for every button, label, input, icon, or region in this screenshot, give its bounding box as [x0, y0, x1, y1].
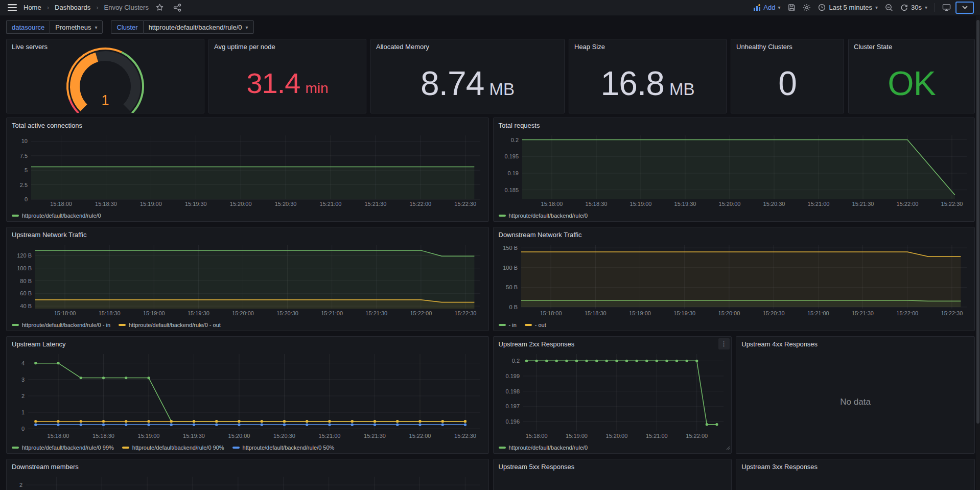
legend-item[interactable]: httproute/default/backend/rule/0 [12, 213, 101, 219]
legend-item[interactable]: httproute/default/backend/rule/0 - out [119, 322, 221, 328]
nav-divider [935, 3, 935, 12]
svg-text:15:22:00: 15:22:00 [896, 310, 918, 316]
favorite-star-icon[interactable] [154, 2, 166, 14]
panel-resize-handle[interactable] [726, 443, 730, 452]
svg-text:15:20:00: 15:20:00 [232, 310, 254, 316]
cycle-view-mode-button[interactable] [955, 2, 974, 14]
chart-legend: httproute/default/backend/rule/0 99%http… [12, 445, 334, 451]
panel-title[interactable]: Upstream Network Traffic [7, 227, 91, 242]
legend-label: httproute/default/backend/rule/0 50% [243, 445, 335, 451]
legend-label: httproute/default/backend/rule/0 - in [22, 322, 110, 328]
legend-item[interactable]: httproute/default/backend/rule/0 - in [12, 322, 110, 328]
panel-title[interactable]: Upstream 4xx Responses [736, 337, 823, 351]
svg-text:15:18:30: 15:18:30 [95, 201, 117, 207]
save-dashboard-icon[interactable] [785, 2, 798, 14]
svg-text:0.198: 0.198 [505, 388, 520, 394]
svg-text:120 B: 120 B [17, 252, 32, 259]
svg-text:15:20:30: 15:20:30 [763, 201, 785, 207]
breadcrumb-home[interactable]: Home [24, 4, 41, 11]
dashboard-settings-gear-icon[interactable] [801, 2, 813, 14]
refresh-picker[interactable]: 30s ▾ [898, 4, 929, 11]
timeseries-plot[interactable]: 15:18:0015:18:3015:19:0015:19:3015:20:00… [11, 351, 484, 440]
legend-label: - out [535, 322, 546, 328]
legend-swatch [232, 447, 240, 449]
legend-item[interactable]: - in [499, 322, 517, 328]
panel-title[interactable]: Heap Size [569, 39, 610, 54]
svg-text:50 B: 50 B [506, 284, 518, 290]
zoom-out-time-icon[interactable] [883, 2, 895, 14]
legend-swatch [12, 215, 19, 217]
panel-upstream-latency: Upstream Latency 15:18:0015:18:3015:19:0… [6, 336, 489, 454]
panel-title[interactable]: Downstream members [7, 459, 84, 474]
panel-title[interactable]: Avg uptime per node [209, 39, 281, 54]
hamburger-menu-icon[interactable] [6, 2, 18, 14]
stat-value: 8.74 [421, 66, 484, 100]
legend-item[interactable]: httproute/default/backend/rule/0 99% [12, 445, 114, 451]
legend-item[interactable]: httproute/default/backend/rule/0 [499, 445, 588, 451]
panel-title[interactable]: Upstream 5xx Responses [494, 459, 580, 474]
timeseries-plot[interactable]: 2 [11, 474, 484, 490]
breadcrumb-dashboards[interactable]: Dashboards [55, 4, 90, 11]
legend-label: httproute/default/backend/rule/0 [22, 213, 101, 219]
svg-text:0.197: 0.197 [505, 403, 520, 409]
panel-upstream-5xx: Upstream 5xx Responses [493, 459, 732, 490]
legend-swatch [122, 447, 129, 449]
panel-title[interactable]: Downstream Network Traffic [494, 227, 587, 242]
panel-title[interactable]: Unhealthy Clusters [731, 39, 798, 54]
timeseries-plot[interactable]: 15:18:0015:18:3015:19:0015:19:3015:20:00… [11, 242, 484, 317]
svg-text:15:18:30: 15:18:30 [99, 310, 121, 316]
panel-downstream-network-traffic: Downstream Network Traffic 15:18:0015:18… [493, 227, 975, 331]
svg-text:15:19:00: 15:19:00 [140, 201, 162, 207]
svg-text:15:19:30: 15:19:30 [183, 433, 205, 439]
panel-title[interactable]: Cluster State [849, 39, 897, 54]
legend-swatch [525, 324, 532, 326]
dashboard-grid: Live servers 1 Avg uptime per node 31.4 … [6, 39, 975, 490]
svg-text:0.185: 0.185 [504, 187, 519, 193]
panel-upstream-3xx: Upstream 3xx Responses [736, 459, 975, 490]
legend-item[interactable]: httproute/default/backend/rule/0 50% [232, 445, 335, 451]
legend-item[interactable]: httproute/default/backend/rule/0 [499, 213, 588, 219]
add-button[interactable]: Add ▾ [751, 4, 782, 11]
cluster-variable-select[interactable]: httproute/default/backend/rule/0▾ [143, 20, 254, 34]
legend-swatch [499, 447, 506, 449]
timeseries-plot[interactable]: 15:18:0015:18:3015:19:0015:19:3015:20:00… [498, 132, 971, 208]
panel-title[interactable]: Live servers [7, 39, 53, 54]
datasource-variable-select[interactable]: Prometheus▾ [50, 20, 103, 34]
svg-text:15:21:00: 15:21:00 [645, 433, 667, 439]
panel-live-servers: Live servers 1 [6, 39, 204, 113]
scrollbar-thumb[interactable] [976, 20, 979, 424]
panel-menu-kebab-icon[interactable]: ⋮ [718, 338, 730, 349]
tv-mode-icon[interactable] [940, 2, 952, 14]
time-range-picker[interactable]: Last 5 minutes ▾ [816, 4, 880, 11]
svg-text:7.5: 7.5 [20, 153, 28, 159]
svg-text:15:19:00: 15:19:00 [629, 201, 651, 207]
breadcrumb-current: Envoy Clusters [104, 4, 148, 11]
panel-title[interactable]: Total active connections [7, 118, 87, 132]
chart-legend: httproute/default/backend/rule/0 - inhtt… [12, 322, 221, 328]
svg-text:1: 1 [21, 409, 25, 415]
panel-allocated-memory: Allocated Memory 8.74 MB [370, 39, 565, 113]
svg-text:15:18:00: 15:18:00 [50, 201, 72, 207]
svg-text:15:21:00: 15:21:00 [807, 310, 829, 316]
svg-text:40 B: 40 B [20, 303, 32, 309]
svg-text:80 B: 80 B [20, 278, 32, 284]
legend-item[interactable]: - out [525, 322, 546, 328]
panel-title[interactable]: Allocated Memory [371, 39, 434, 54]
svg-text:15:18:00: 15:18:00 [541, 201, 563, 207]
svg-text:0 B: 0 B [509, 304, 518, 310]
timeseries-plot[interactable]: 15:18:0015:18:3015:19:0015:19:3015:20:00… [498, 242, 971, 317]
panel-title[interactable]: Total requests [494, 118, 545, 132]
panel-title[interactable]: Upstream 3xx Responses [736, 459, 823, 474]
no-data-message: No data [736, 351, 974, 453]
stat-unit: MB [489, 81, 515, 98]
share-icon[interactable] [171, 2, 183, 14]
legend-label: httproute/default/backend/rule/0 [509, 213, 588, 219]
panel-title[interactable]: Upstream 2xx Responses [494, 337, 580, 351]
svg-text:15:21:00: 15:21:00 [321, 310, 343, 316]
panel-title[interactable]: Upstream Latency [7, 337, 71, 351]
timeseries-plot[interactable]: 15:18:0015:19:0015:20:0015:21:0015:22:00… [498, 351, 728, 440]
timeseries-plot[interactable]: 15:18:0015:18:3015:19:0015:19:3015:20:00… [11, 132, 484, 208]
legend-item[interactable]: httproute/default/backend/rule/0 90% [122, 445, 224, 451]
svg-text:15:22:30: 15:22:30 [941, 201, 963, 207]
svg-text:15:19:30: 15:19:30 [674, 201, 696, 207]
